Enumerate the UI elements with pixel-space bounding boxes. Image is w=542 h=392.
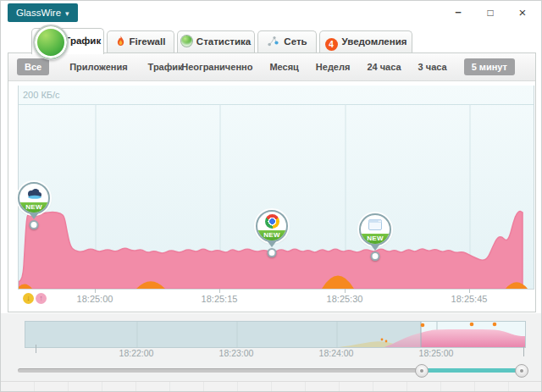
maximize-button[interactable]: □ xyxy=(480,4,501,21)
bottom-strip xyxy=(1,381,542,392)
tab-statistics-label: Статистика xyxy=(196,36,251,47)
time-slider-left-handle[interactable] xyxy=(415,364,429,378)
x-axis-tick xyxy=(219,289,220,293)
x-axis-time-label: 18:25:30 xyxy=(327,294,363,304)
flame-icon xyxy=(116,33,125,54)
filter-bar: ВсеПриложенияТрафик НеограниченноМесяцНе… xyxy=(8,53,535,81)
traffic-graph[interactable]: 200 КБ/с xyxy=(18,86,534,290)
cloud-app-icon xyxy=(19,185,48,202)
download-arrow-icon: ↓ xyxy=(23,293,34,304)
minimize-button[interactable]: − xyxy=(448,4,468,21)
tab-network[interactable]: Сеть xyxy=(257,30,317,52)
range-3h[interactable]: 3 часа xyxy=(418,62,447,72)
x-axis-time-label: 18:25:45 xyxy=(451,294,488,304)
network-nodes-icon xyxy=(267,33,279,54)
glasswire-menu-label: GlassWire xyxy=(16,8,61,18)
x-axis-time-label: 18:25:15 xyxy=(202,294,238,304)
x-axis-time-label: 18:25:00 xyxy=(77,294,113,304)
new-badge: NEW xyxy=(361,234,390,244)
timeline-time-label: 18:23:00 xyxy=(219,348,254,358)
new-badge: NEW xyxy=(257,230,286,240)
range-month[interactable]: Месяц xyxy=(269,62,298,72)
filter-apps[interactable]: Приложения xyxy=(69,62,127,72)
glasswire-logo-icon xyxy=(33,25,69,60)
statistics-sphere-icon xyxy=(181,36,192,47)
marker-chrome[interactable]: NEW xyxy=(256,210,288,256)
filter-all[interactable]: Все xyxy=(17,58,49,75)
range-week[interactable]: Неделя xyxy=(316,62,351,72)
close-button[interactable]: × xyxy=(512,4,533,21)
range-5min[interactable]: 5 минут xyxy=(464,58,515,75)
upload-arrow-icon: ↑ xyxy=(36,293,47,304)
chevron-down-icon: ▾ xyxy=(65,9,69,18)
timeline-end-tick xyxy=(523,346,524,356)
tab-graph-label: График xyxy=(65,36,101,46)
y-axis-label: 200 КБ/с xyxy=(23,90,60,100)
glasswire-menu-button[interactable]: GlassWire▾ xyxy=(8,3,78,22)
filter-group-right: НеограниченноМесяцНеделя24 часа3 часа5 м… xyxy=(181,53,515,80)
range-24h[interactable]: 24 часа xyxy=(367,62,401,72)
tab-firewall[interactable]: Firewall xyxy=(107,30,174,52)
time-slider-right-handle[interactable] xyxy=(515,364,528,378)
x-axis-tick xyxy=(469,289,470,293)
x-axis-tick xyxy=(345,289,346,293)
timeline-minimap[interactable] xyxy=(25,321,526,348)
chrome-icon xyxy=(257,213,286,229)
windows-app-icon xyxy=(361,217,390,233)
marker-cloud-app[interactable]: NEW xyxy=(18,182,50,228)
alerts-count-badge: 4 xyxy=(325,38,338,51)
new-badge: NEW xyxy=(19,202,48,213)
tab-firewall-label: Firewall xyxy=(130,36,166,47)
timeline-start-tick xyxy=(36,345,36,353)
range-unlimited[interactable]: Неограниченно xyxy=(181,62,252,72)
timeline-time-label: 18:25:00 xyxy=(419,348,454,358)
tab-alerts-label: Уведомления xyxy=(342,36,407,47)
filter-traffic[interactable]: Трафик xyxy=(148,62,183,72)
tab-alerts[interactable]: 4Уведомления xyxy=(319,30,412,52)
time-slider-range xyxy=(422,368,522,373)
timeline-time-label: 18:24:00 xyxy=(319,348,354,358)
x-axis-tick xyxy=(95,289,96,293)
tab-network-label: Сеть xyxy=(284,36,307,47)
traffic-chart-svg xyxy=(19,86,534,289)
marker-windows-app[interactable]: NEW xyxy=(359,213,391,259)
glasswire-window: GlassWire▾ − □ × График Firewall Статист… xyxy=(0,0,542,392)
timeline-time-label: 18:22:00 xyxy=(119,348,154,358)
tab-statistics[interactable]: Статистика xyxy=(177,30,255,52)
